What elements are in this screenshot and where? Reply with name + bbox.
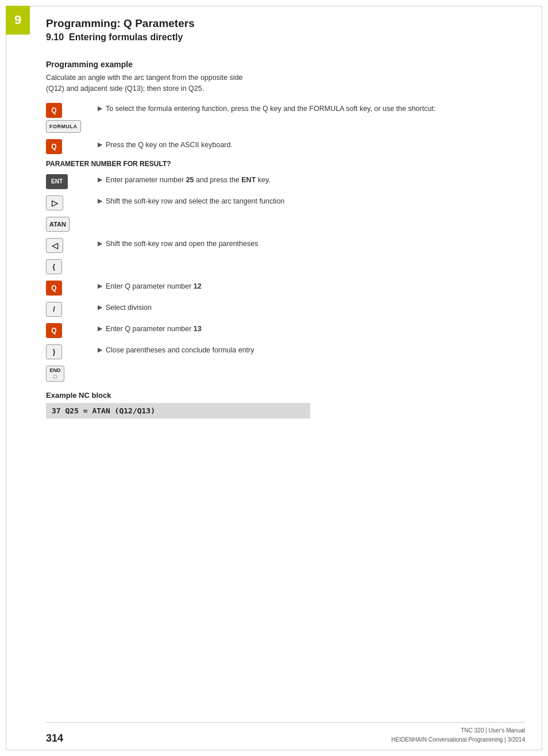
step-10-desc: Enter Q parameter number 13 [106,324,202,335]
step-4-desc: Shift the soft-key row and select the ar… [106,196,284,207]
step-8-keys: Q [46,280,86,296]
step-2-keys: Q [46,139,86,154]
ent-key[interactable]: ENT [46,174,68,189]
step-8-desc: Enter Q parameter number 12 [106,281,202,292]
section-number: 9.10 [46,32,64,42]
step-5-text [86,216,525,217]
footer-line1: TNC 320 | User's Manual [391,726,525,735]
step-7-keys: ( [46,259,86,274]
section-heading-text: Entering formulas directly [69,32,183,42]
step-9-keys: / [46,301,86,317]
example-label: Example NC block [46,391,525,400]
step-7: ( [46,259,525,274]
step-9-text: ▶Select division [86,301,525,313]
right-arrow-key[interactable]: ▷ [46,195,63,210]
atan-key[interactable]: ATAN [46,217,70,232]
left-arrow-key[interactable]: ◁ [46,238,63,253]
step-3-text: ▶Enter parameter number 25 and press the… [86,174,525,186]
chapter-title: Programming: Q Parameters [46,17,525,30]
step-10-text: ▶Enter Q parameter number 13 [86,323,525,335]
step-8: Q ▶Enter Q parameter number 12 [46,280,525,296]
chapter-tab: 9 [6,6,30,34]
nc-block: 37 Q25 = ATAN (Q12/Q13) [46,403,310,419]
step-6-desc: Shift the soft-key row and open the pare… [106,239,258,250]
arrow-11: ▶ [98,345,102,355]
step-11-desc: Close parentheses and conclude formula e… [106,345,254,356]
main-content: Programming: Q Parameters 9.10 Entering … [46,0,525,419]
step-3-desc: Enter parameter number 25 and press the … [106,175,271,186]
step-12-text [86,365,525,366]
step-10-keys: Q [46,323,86,338]
step-9: / ▶Select division [46,301,525,317]
step-4-text: ▶Shift the soft-key row and select the a… [86,195,525,207]
formula-key[interactable]: FORMULA [46,120,81,133]
open-paren-key[interactable]: ( [46,259,62,274]
arrow-4: ▶ [98,196,102,206]
step-4: ▷ ▶Shift the soft-key row and select the… [46,195,525,210]
step-5-keys: ATAN [46,216,86,232]
arrow-3: ▶ [98,175,102,185]
step-7-text [86,259,525,260]
param-heading: PARAMETER NUMBER FOR RESULT? [46,160,525,168]
step-2-desc: Press the Q key on the ASCII keyboard. [106,140,233,151]
intro-line1: Calculate an angle with the arc tangent … [46,74,243,82]
step-3: ENT ▶Enter parameter number 25 and press… [46,174,525,189]
chapter-number: 9 [14,13,21,28]
arrow-9: ▶ [98,302,102,312]
close-paren-key[interactable]: ) [46,344,62,359]
footer: 314 TNC 320 | User's Manual HEIDENHAIN C… [46,722,525,745]
step-12-keys: END□ [46,365,86,382]
q-key-2[interactable]: Q [46,139,62,154]
step-6-text: ▶Shift the soft-key row and open the par… [86,237,525,250]
q-key-1[interactable]: Q [46,103,62,118]
section-title: 9.10 Entering formulas directly [46,32,525,43]
step-3-keys: ENT [46,174,86,189]
step-11-keys: ) [46,344,86,359]
step-5: ATAN [46,216,525,232]
arrow-6: ▶ [98,239,102,248]
page-number: 314 [46,732,63,745]
intro-text: Calculate an angle with the arc tangent … [46,72,525,94]
step-6-keys: ◁ [46,237,86,253]
step-8-text: ▶Enter Q parameter number 12 [86,280,525,292]
arrow-10: ▶ [98,324,102,333]
step-4-keys: ▷ [46,195,86,210]
q-key-3[interactable]: Q [46,281,62,296]
step-10: Q ▶Enter Q parameter number 13 [46,323,525,338]
step-1-keys: Q FORMULA [46,102,86,133]
arrow-1: ▶ [98,103,102,113]
step-2: Q ▶Press the Q key on the ASCII keyboard… [46,139,525,154]
arrow-8: ▶ [98,281,102,291]
end-key[interactable]: END□ [46,366,64,382]
step-11-text: ▶Close parentheses and conclude formula … [86,344,525,356]
step-1-text: ▶To select the formula entering function… [86,102,525,114]
arrow-2: ▶ [98,140,102,149]
step-1: Q FORMULA ▶To select the formula enterin… [46,102,525,133]
step-1-desc: To select the formula entering function,… [106,103,435,114]
programming-example-heading: Programming example [46,60,525,69]
division-key[interactable]: / [46,302,62,317]
step-2-text: ▶Press the Q key on the ASCII keyboard. [86,139,525,151]
step-12: END□ [46,365,525,382]
q-key-4[interactable]: Q [46,323,62,338]
footer-line2: HEIDENHAIN Conversational Programming | … [391,735,525,745]
footer-info: TNC 320 | User's Manual HEIDENHAIN Conve… [391,726,525,745]
intro-line2: (Q12) and adjacent side (Q13); then stor… [46,85,204,93]
step-9-desc: Select division [106,302,152,313]
step-6: ◁ ▶Shift the soft-key row and open the p… [46,237,525,253]
step-11: ) ▶Close parentheses and conclude formul… [46,344,525,359]
